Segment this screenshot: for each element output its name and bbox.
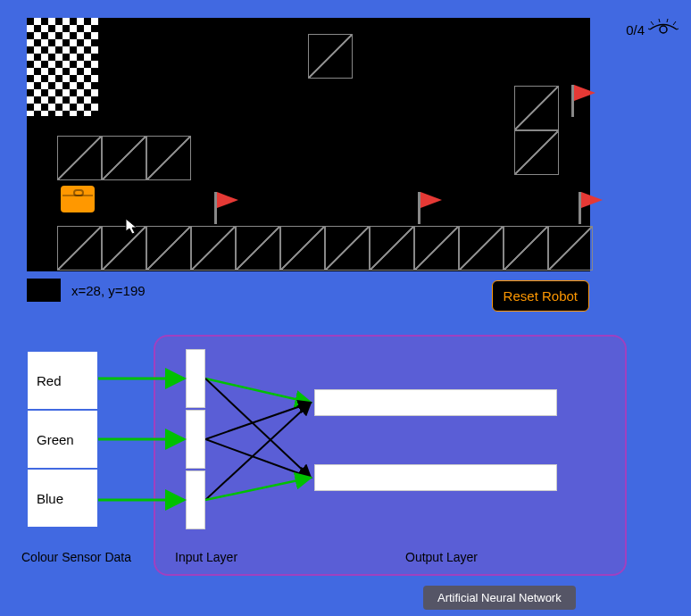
wall-block — [514, 130, 559, 175]
svg-point-0 — [660, 26, 667, 33]
sensor-green: Green — [27, 410, 98, 469]
color-swatch — [27, 279, 61, 302]
input-node-3[interactable] — [186, 470, 205, 529]
wall-block — [146, 136, 191, 180]
svg-line-6 — [677, 28, 679, 29]
wall-block — [414, 226, 459, 271]
svg-line-2 — [651, 21, 654, 25]
wall-block — [325, 226, 370, 271]
flag-icon — [418, 192, 445, 224]
coordinate-readout: x=28, y=199 — [27, 279, 146, 302]
output-node-1[interactable] — [314, 389, 557, 416]
wall-block — [548, 226, 593, 271]
svg-line-4 — [667, 19, 668, 22]
output-node-2[interactable] — [314, 464, 557, 491]
wall-block — [459, 226, 504, 271]
sensor-column: Red Green Blue — [27, 351, 98, 528]
checkered-goal — [27, 18, 98, 116]
wall-block — [102, 226, 146, 271]
wall-block — [514, 86, 559, 130]
flag-icon — [214, 192, 241, 224]
wall-block — [146, 226, 191, 271]
input-node-1[interactable] — [186, 349, 205, 408]
wall-block — [57, 226, 102, 271]
nn-panel — [154, 335, 627, 576]
flag-icon — [571, 85, 598, 117]
wall-block — [102, 136, 146, 180]
nn-title-label: Artificial Neural Network — [423, 586, 576, 610]
input-layer-label: Input Layer — [175, 550, 237, 564]
input-node-2[interactable] — [186, 410, 205, 469]
sensor-red: Red — [27, 351, 98, 410]
wall-block — [236, 226, 280, 271]
wall-block — [280, 226, 325, 271]
svg-line-5 — [673, 21, 676, 25]
sensor-blue: Blue — [27, 469, 98, 528]
svg-line-3 — [659, 19, 660, 22]
wall-block — [57, 136, 102, 180]
wall-block — [308, 34, 353, 79]
output-layer-label: Output Layer — [405, 550, 478, 564]
wall-block — [504, 226, 548, 271]
score-display: 0/4 — [626, 18, 679, 41]
game-canvas[interactable] — [27, 18, 590, 271]
reset-robot-button[interactable]: Reset Robot — [492, 280, 589, 312]
score-text: 0/4 — [626, 22, 645, 37]
flag-icon — [579, 192, 605, 224]
svg-line-1 — [648, 28, 650, 29]
robot-sprite — [61, 186, 95, 212]
sensor-column-label: Colour Sensor Data — [21, 550, 131, 564]
wall-block — [370, 226, 414, 271]
coord-text: x=28, y=199 — [71, 283, 146, 298]
sensor-eye-icon — [648, 18, 679, 41]
wall-block — [191, 226, 236, 271]
